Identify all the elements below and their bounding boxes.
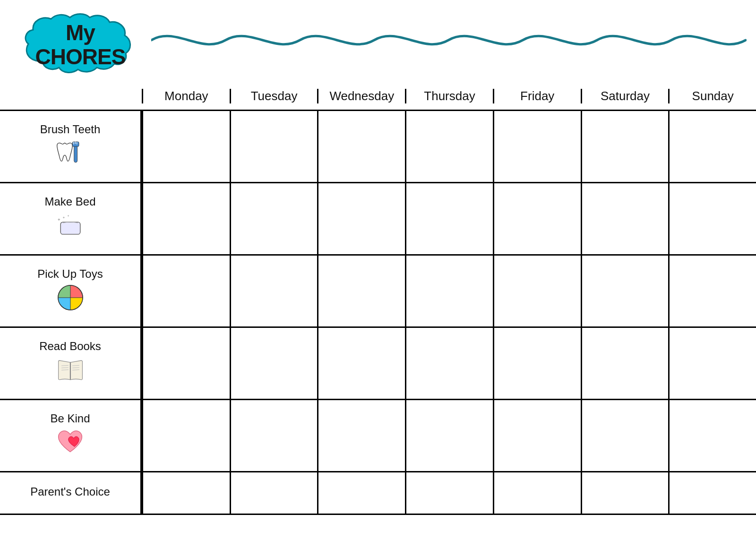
chore-name-brush-teeth: Brush Teeth <box>40 123 101 136</box>
chore-name-read-books: Read Books <box>39 340 101 353</box>
cell-books-tue[interactable] <box>230 328 318 399</box>
cell-toys-mon[interactable] <box>142 256 230 326</box>
cell-parents-wed[interactable] <box>317 472 405 514</box>
cell-brush-tue[interactable] <box>230 111 318 182</box>
cell-brush-wed[interactable] <box>317 111 405 182</box>
day-sunday: Sunday <box>668 89 756 103</box>
cloud-badge: My CHORES <box>19 12 142 78</box>
cell-toys-sun[interactable] <box>668 256 756 326</box>
cell-bed-wed[interactable] <box>317 183 405 254</box>
cell-parents-sun[interactable] <box>668 472 756 514</box>
cell-books-sat[interactable] <box>581 328 669 399</box>
cell-books-sun[interactable] <box>668 328 756 399</box>
cell-books-mon[interactable] <box>142 328 230 399</box>
book-icon <box>56 356 85 387</box>
cell-brush-thu[interactable] <box>405 111 493 182</box>
ball-icon <box>56 283 85 315</box>
cell-parents-thu[interactable] <box>405 472 493 514</box>
day-tuesday: Tuesday <box>230 89 318 103</box>
chore-label-pick-up-toys: Pick Up Toys <box>0 256 142 326</box>
cell-toys-wed[interactable] <box>317 256 405 326</box>
cell-toys-sat[interactable] <box>581 256 669 326</box>
chore-label-make-bed: Make Bed ✦ ✦ ✦ <box>0 183 142 254</box>
day-monday: Monday <box>142 89 230 103</box>
svg-text:✦: ✦ <box>57 217 60 222</box>
cell-toys-thu[interactable] <box>405 256 493 326</box>
header: My CHORES <box>0 0 756 80</box>
cell-toys-fri[interactable] <box>493 256 581 326</box>
cell-kind-thu[interactable] <box>405 400 493 471</box>
day-thursday: Thursday <box>405 89 493 103</box>
chore-name-parents-choice: Parent's Choice <box>30 485 110 498</box>
cell-kind-mon[interactable] <box>142 400 230 471</box>
cell-brush-fri[interactable] <box>493 111 581 182</box>
day-saturday: Saturday <box>581 89 669 103</box>
chore-name-be-kind: Be Kind <box>50 412 90 425</box>
chore-row-be-kind: Be Kind <box>0 400 756 472</box>
chore-label-parents-choice: Parent's Choice <box>0 472 142 514</box>
days-header-row: Monday Tuesday Wednesday Thursday Friday… <box>0 83 756 111</box>
day-friday: Friday <box>493 89 581 103</box>
svg-text:✦: ✦ <box>62 215 65 220</box>
chore-name-make-bed: Make Bed <box>44 195 95 208</box>
cell-parents-fri[interactable] <box>493 472 581 514</box>
chore-name-pick-up-toys: Pick Up Toys <box>37 267 103 281</box>
tooth-icon <box>56 139 85 170</box>
cell-kind-wed[interactable] <box>317 400 405 471</box>
cell-bed-mon[interactable] <box>142 183 230 254</box>
chore-row-parents-choice: Parent's Choice <box>0 472 756 515</box>
cell-brush-sat[interactable] <box>581 111 669 182</box>
svg-rect-5 <box>60 222 80 234</box>
chore-row-brush-teeth: Brush Teeth <box>0 111 756 183</box>
day-wednesday: Wednesday <box>317 89 405 103</box>
cell-parents-tue[interactable] <box>230 472 318 514</box>
chore-label-read-books: Read Books <box>0 328 142 399</box>
chore-row-pick-up-toys: Pick Up Toys <box>0 256 756 328</box>
cell-bed-sat[interactable] <box>581 183 669 254</box>
cell-parents-sat[interactable] <box>581 472 669 514</box>
cell-bed-thu[interactable] <box>405 183 493 254</box>
cell-brush-mon[interactable] <box>142 111 230 182</box>
cell-books-fri[interactable] <box>493 328 581 399</box>
cell-parents-mon[interactable] <box>142 472 230 514</box>
cell-books-thu[interactable] <box>405 328 493 399</box>
cell-kind-fri[interactable] <box>493 400 581 471</box>
svg-text:✦: ✦ <box>67 214 69 217</box>
cell-toys-tue[interactable] <box>230 256 318 326</box>
chore-grid: Monday Tuesday Wednesday Thursday Friday… <box>0 83 756 540</box>
bed-icon: ✦ ✦ ✦ <box>56 211 85 242</box>
chore-label-be-kind: Be Kind <box>0 400 142 471</box>
chore-label-brush-teeth: Brush Teeth <box>0 111 142 182</box>
wavy-decoration <box>151 21 747 59</box>
cell-kind-sun[interactable] <box>668 400 756 471</box>
heart-icon <box>56 428 85 459</box>
cell-bed-tue[interactable] <box>230 183 318 254</box>
cloud-title: My CHORES <box>35 21 126 69</box>
cell-books-wed[interactable] <box>317 328 405 399</box>
cell-brush-sun[interactable] <box>668 111 756 182</box>
cell-bed-sun[interactable] <box>668 183 756 254</box>
cell-bed-fri[interactable] <box>493 183 581 254</box>
svg-rect-0 <box>74 144 77 163</box>
cell-kind-tue[interactable] <box>230 400 318 471</box>
chore-row-read-books: Read Books <box>0 328 756 400</box>
cell-kind-sat[interactable] <box>581 400 669 471</box>
chore-row-make-bed: Make Bed ✦ ✦ ✦ <box>0 183 756 256</box>
